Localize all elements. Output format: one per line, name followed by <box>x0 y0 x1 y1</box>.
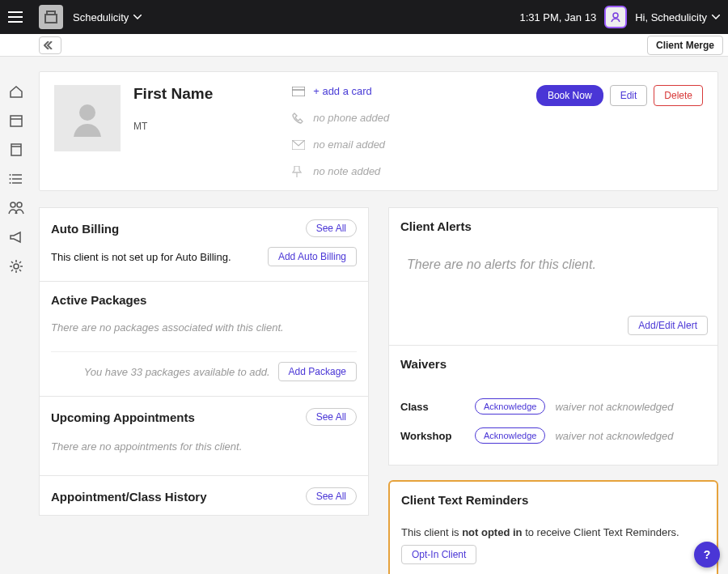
add-auto-billing-button[interactable]: Add Auto Billing <box>268 247 357 266</box>
svg-rect-1 <box>47 11 55 15</box>
reminders-text-before: This client is <box>401 526 462 538</box>
waivers-title: Waivers <box>400 357 447 371</box>
svg-point-11 <box>79 104 95 121</box>
greeting: Hi, Schedulicity <box>635 11 707 23</box>
card-icon <box>292 87 305 96</box>
reminders-text-bold: not opted in <box>462 526 522 538</box>
gear-icon[interactable] <box>9 259 23 274</box>
alerts-empty: There are no alerts for this client. <box>389 243 717 309</box>
client-name: First Name <box>133 85 213 103</box>
home-icon[interactable] <box>9 84 23 99</box>
megaphone-icon[interactable] <box>9 230 23 244</box>
client-avatar <box>54 85 121 151</box>
history-title: Appointment/Class History <box>51 490 207 504</box>
right-column: Client Alerts There are no alerts for th… <box>388 207 718 574</box>
waiver-workshop-status: waiver not acknowledged <box>555 430 673 442</box>
phone-row: no phone added <box>292 112 389 124</box>
payment-row: + add a card <box>292 85 389 97</box>
upcoming-see-all[interactable]: See All <box>306 408 357 426</box>
upcoming-title: Upcoming Appointments <box>51 410 195 424</box>
svg-rect-12 <box>292 87 305 96</box>
svg-point-7 <box>10 182 11 184</box>
svg-rect-0 <box>45 15 57 23</box>
phone-empty: no phone added <box>313 112 389 124</box>
note-row: no note added <box>292 165 389 177</box>
add-package-button[interactable]: Add Package <box>278 362 357 381</box>
waiver-row-class: Class Acknowledge waiver not acknowledge… <box>400 392 706 421</box>
add-edit-alert-button[interactable]: Add/Edit Alert <box>628 316 708 335</box>
email-row: no email added <box>292 138 389 151</box>
svg-point-9 <box>17 202 22 207</box>
book-icon[interactable] <box>9 142 23 157</box>
svg-point-10 <box>14 264 19 269</box>
waiver-class-ack-button[interactable]: Acknowledge <box>475 398 545 415</box>
auto-billing-title: Auto Billing <box>51 222 119 236</box>
mail-icon <box>292 140 305 150</box>
pin-icon <box>292 166 305 177</box>
clients-icon[interactable] <box>8 201 24 215</box>
svg-rect-3 <box>11 116 22 126</box>
content: First Name MT + add a card no phone adde… <box>39 57 718 574</box>
menu-icon[interactable] <box>8 11 28 23</box>
client-alerts-card: Client Alerts There are no alerts for th… <box>388 207 718 346</box>
auto-billing-body: This client is not set up for Auto Billi… <box>51 251 231 263</box>
clock-text: 1:31 PM, Jan 13 <box>519 11 596 23</box>
reminders-title: Client Text Reminders <box>401 493 528 507</box>
add-card-link[interactable]: + add a card <box>313 85 372 97</box>
packages-empty: There are no packages associated with th… <box>51 317 357 351</box>
note-empty: no note added <box>313 165 380 177</box>
phone-icon <box>292 113 305 124</box>
chevron-down-icon <box>712 15 720 19</box>
auto-billing-see-all[interactable]: See All <box>306 219 357 237</box>
back-button[interactable] <box>39 36 61 54</box>
waiver-class-label: Class <box>400 401 465 413</box>
svg-point-2 <box>613 13 618 18</box>
auto-billing-card: Auto Billing See All This client is not … <box>39 207 369 282</box>
svg-point-6 <box>10 178 11 180</box>
client-header-card: First Name MT + add a card no phone adde… <box>39 71 718 191</box>
help-bubble[interactable]: ? <box>694 542 720 568</box>
upcoming-apts-card: Upcoming Appointments See All There are … <box>39 397 369 476</box>
left-column: Auto Billing See All This client is not … <box>39 207 369 574</box>
packages-hint: You have 33 packages available to add. <box>84 366 270 378</box>
waivers-card: Waivers Class Acknowledge waiver not ack… <box>388 346 718 466</box>
brand-icon <box>39 5 63 29</box>
waiver-row-workshop: Workshop Acknowledge waiver not acknowle… <box>400 421 706 450</box>
delete-button[interactable]: Delete <box>654 85 703 106</box>
top-bar: Schedulicity 1:31 PM, Jan 13 Hi, Schedul… <box>0 0 728 34</box>
chevron-down-icon <box>133 15 142 19</box>
email-empty: no email added <box>313 138 385 151</box>
packages-title: Active Packages <box>51 293 146 307</box>
reminders-body: This client is not opted in to receive C… <box>390 517 717 574</box>
left-nav <box>0 57 32 274</box>
upcoming-empty: There are no appointments for this clien… <box>51 436 357 461</box>
client-merge-button[interactable]: Client Merge <box>647 36 723 55</box>
history-card: Appointment/Class History See All <box>39 476 369 516</box>
business-name: Schedulicity <box>73 11 129 23</box>
history-see-all[interactable]: See All <box>306 487 357 505</box>
waiver-workshop-ack-button[interactable]: Acknowledge <box>475 427 545 444</box>
client-text-reminders-card: Client Text Reminders This client is not… <box>388 480 718 574</box>
reminders-text-after: to receive Client Text Reminders. <box>523 526 679 538</box>
sub-bar: Client Merge <box>0 34 728 57</box>
waiver-workshop-label: Workshop <box>400 430 465 442</box>
user-menu[interactable]: Hi, Schedulicity <box>635 11 720 23</box>
opt-in-client-button[interactable]: Opt-In Client <box>401 545 476 564</box>
svg-rect-4 <box>11 144 21 155</box>
list-icon[interactable] <box>9 172 23 186</box>
user-avatar-badge[interactable] <box>604 6 627 28</box>
book-now-button[interactable]: Book Now <box>536 85 603 106</box>
svg-point-5 <box>10 174 11 176</box>
calendar-icon[interactable] <box>9 113 23 128</box>
business-switcher[interactable]: Schedulicity <box>73 11 142 23</box>
client-location: MT <box>133 121 213 132</box>
svg-point-8 <box>11 202 15 207</box>
active-packages-card: Active Packages There are no packages as… <box>39 282 369 397</box>
edit-button[interactable]: Edit <box>610 85 648 106</box>
waiver-class-status: waiver not acknowledged <box>555 401 673 413</box>
alerts-title: Client Alerts <box>400 219 472 233</box>
